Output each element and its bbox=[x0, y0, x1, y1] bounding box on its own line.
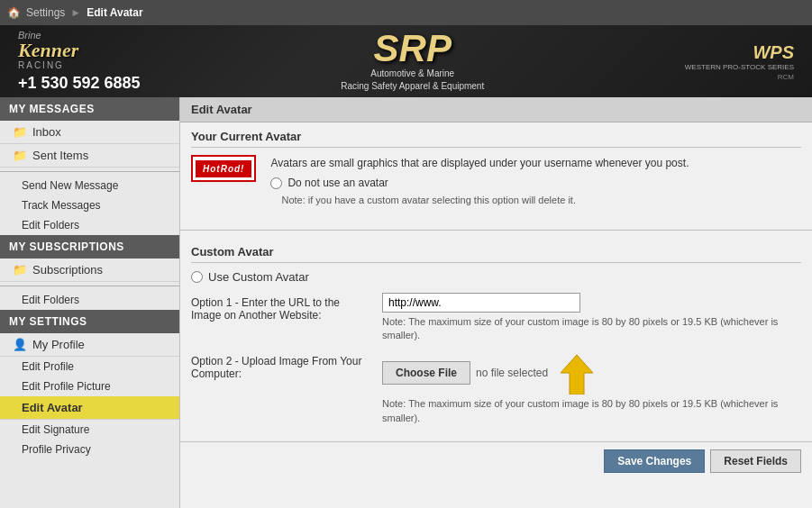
divider-2 bbox=[0, 286, 179, 286]
breadcrumb-current: Edit Avatar bbox=[87, 6, 142, 19]
sidebar-item-edit-folders-subs[interactable]: Edit Folders bbox=[0, 290, 179, 310]
sidebar-item-inbox[interactable]: 📁 Inbox bbox=[0, 121, 179, 144]
avatar-description: Avatars are small graphics that are disp… bbox=[270, 155, 689, 171]
sidebar-item-send-message[interactable]: Send New Message bbox=[0, 176, 179, 195]
banner-wps: WPS bbox=[685, 42, 794, 63]
sidebar-item-profile-privacy[interactable]: Profile Privacy bbox=[0, 440, 179, 459]
sidebar-item-edit-avatar[interactable]: Edit Avatar bbox=[0, 396, 179, 420]
folder-icon-sent: 📁 bbox=[13, 149, 27, 162]
do-not-use-radio[interactable] bbox=[270, 177, 282, 189]
banner-srp-sub: Automotive & Marine Racing Safety Appare… bbox=[341, 68, 484, 93]
arrow-indicator bbox=[561, 355, 593, 395]
current-avatar-section: Your Current Avatar HotRod! Avatars are … bbox=[180, 122, 812, 222]
option1-note: Note: The maximum size of your custom im… bbox=[382, 315, 801, 343]
reset-fields-button[interactable]: Reset Fields bbox=[710, 449, 801, 473]
sidebar-item-subscriptions[interactable]: 📁 Subscriptions bbox=[0, 259, 179, 282]
do-not-use-label: Do not use an avatar bbox=[287, 175, 388, 191]
avatar-image: HotRod! bbox=[196, 160, 251, 177]
banner: Brine Kenner RACING +1 530 592 6885 SRP … bbox=[0, 25, 812, 97]
content-area: Edit Avatar Your Current Avatar HotRod! … bbox=[180, 97, 812, 508]
option2-label: Option 2 - Upload Image From Your Comput… bbox=[191, 351, 371, 380]
bottom-buttons: Save Changes Reset Fields bbox=[180, 441, 812, 480]
current-avatar-block: HotRod! Avatars are small graphics that … bbox=[191, 155, 801, 208]
current-avatar-header: Your Current Avatar bbox=[191, 130, 801, 148]
custom-avatar-header: Custom Avatar bbox=[191, 245, 801, 263]
save-changes-button[interactable]: Save Changes bbox=[604, 449, 705, 473]
avatar-image-box: HotRod! bbox=[191, 155, 256, 182]
sidebar-item-my-profile[interactable]: 👤 My Profile bbox=[0, 333, 179, 357]
main-layout: My Messages 📁 Inbox 📁 Sent Items Send Ne… bbox=[0, 97, 812, 508]
banner-racing: RACING bbox=[18, 60, 141, 70]
no-file-text: no file selected bbox=[476, 367, 548, 379]
banner-kenner: Kenner bbox=[18, 41, 141, 60]
option2-note: Note: The maximum size of your custom im… bbox=[382, 397, 801, 425]
sidebar-item-edit-folders-msg[interactable]: Edit Folders bbox=[0, 215, 179, 235]
banner-phone: +1 530 592 6885 bbox=[18, 74, 141, 93]
choose-file-button[interactable]: Choose File bbox=[382, 361, 470, 385]
sidebar-item-edit-profile-picture[interactable]: Edit Profile Picture bbox=[0, 376, 179, 396]
sidebar: My Messages 📁 Inbox 📁 Sent Items Send Ne… bbox=[0, 97, 180, 508]
banner-center: SRP Automotive & Marine Racing Safety Ap… bbox=[341, 30, 484, 93]
banner-srp: SRP bbox=[341, 30, 484, 68]
svg-marker-0 bbox=[561, 355, 593, 395]
option2-input-block: Choose File no file selected Note: The m… bbox=[382, 351, 801, 425]
use-custom-row: Use Custom Avatar bbox=[191, 270, 801, 284]
breadcrumb-settings[interactable]: Settings bbox=[26, 6, 65, 19]
top-nav: 🏠 Settings ► Edit Avatar bbox=[0, 0, 812, 25]
option1-input-block: Note: The maximum size of your custom im… bbox=[382, 293, 801, 343]
option1-row: Option 1 - Enter the URL to the Image on… bbox=[191, 293, 801, 343]
file-upload-row: Choose File no file selected bbox=[382, 351, 801, 395]
banner-left: Brine Kenner RACING +1 530 592 6885 bbox=[18, 30, 141, 93]
do-not-use-row: Do not use an avatar bbox=[270, 175, 689, 191]
breadcrumb-separator: ► bbox=[70, 6, 81, 19]
divider-1 bbox=[0, 171, 179, 172]
content-title: Edit Avatar bbox=[180, 97, 812, 122]
sidebar-item-edit-profile[interactable]: Edit Profile bbox=[0, 357, 179, 376]
banner-rcm: RCM bbox=[685, 73, 794, 81]
my-messages-header: My Messages bbox=[0, 97, 179, 121]
user-icon: 👤 bbox=[13, 338, 27, 351]
folder-icon-subs: 📁 bbox=[13, 263, 27, 277]
use-custom-radio[interactable] bbox=[191, 271, 203, 283]
avatar-info: Avatars are small graphics that are disp… bbox=[270, 155, 689, 208]
banner-wps-sub: WESTERN PRO-STOCK SERIES bbox=[685, 63, 794, 71]
sidebar-item-track-messages[interactable]: Track Messages bbox=[0, 195, 179, 215]
use-custom-label: Use Custom Avatar bbox=[208, 270, 309, 284]
sidebar-item-edit-signature[interactable]: Edit Signature bbox=[0, 420, 179, 440]
home-icon[interactable]: 🏠 bbox=[7, 6, 21, 19]
my-settings-header: My Settings bbox=[0, 310, 179, 333]
folder-icon-inbox: 📁 bbox=[13, 125, 27, 139]
note-delete-text: Note: if you have a custom avatar select… bbox=[281, 193, 689, 208]
option2-row: Option 2 - Upload Image From Your Comput… bbox=[191, 351, 801, 425]
custom-avatar-section: Custom Avatar Use Custom Avatar Option 1… bbox=[180, 238, 812, 442]
my-subscriptions-header: My Subscriptions bbox=[0, 235, 179, 259]
banner-right: WPS WESTERN PRO-STOCK SERIES RCM bbox=[685, 42, 794, 81]
option1-label: Option 1 - Enter the URL to the Image on… bbox=[191, 293, 371, 322]
section-divider bbox=[180, 230, 812, 231]
sidebar-item-sent[interactable]: 📁 Sent Items bbox=[0, 144, 179, 168]
url-input[interactable] bbox=[382, 293, 580, 313]
